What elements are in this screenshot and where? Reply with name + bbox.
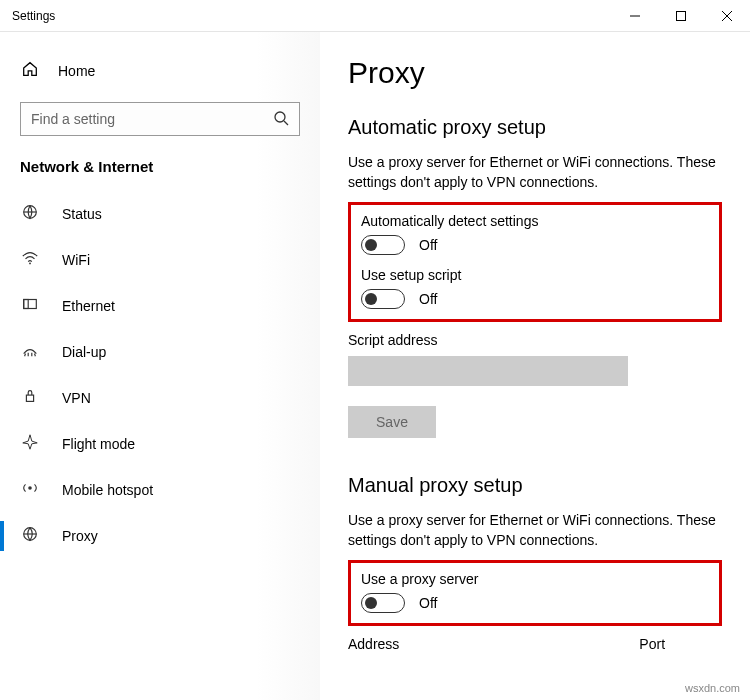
- home-icon: [20, 60, 40, 82]
- sidebar-item-hotspot[interactable]: Mobile hotspot: [0, 467, 320, 513]
- titlebar: Settings: [0, 0, 750, 32]
- use-proxy-state: Off: [419, 595, 437, 611]
- hotspot-icon: [20, 479, 40, 501]
- manual-heading: Manual proxy setup: [348, 474, 722, 497]
- home-link[interactable]: Home: [0, 52, 320, 94]
- sidebar-item-wifi[interactable]: WiFi: [0, 237, 320, 283]
- sidebar-item-ethernet[interactable]: Ethernet: [0, 283, 320, 329]
- detect-state: Off: [419, 237, 437, 253]
- proxy-icon: [20, 525, 40, 547]
- watermark: wsxdn.com: [685, 682, 740, 694]
- sidebar-item-label: Dial-up: [62, 344, 106, 360]
- sidebar-item-vpn[interactable]: VPN: [0, 375, 320, 421]
- home-label: Home: [58, 63, 95, 79]
- svg-rect-1: [677, 11, 686, 20]
- highlight-manual: Use a proxy server Off: [348, 560, 722, 626]
- svg-point-12: [28, 486, 32, 490]
- sidebar-item-label: Flight mode: [62, 436, 135, 452]
- svg-point-8: [29, 263, 31, 265]
- use-proxy-label: Use a proxy server: [361, 571, 709, 587]
- manual-address-label: Address: [348, 636, 399, 652]
- content-pane: Proxy Automatic proxy setup Use a proxy …: [320, 32, 750, 700]
- flight-icon: [20, 433, 40, 455]
- svg-rect-10: [24, 300, 29, 309]
- sidebar-item-label: VPN: [62, 390, 91, 406]
- sidebar-item-proxy[interactable]: Proxy: [0, 513, 320, 559]
- sidebar-item-label: Mobile hotspot: [62, 482, 153, 498]
- auto-heading: Automatic proxy setup: [348, 116, 722, 139]
- manual-description: Use a proxy server for Ethernet or WiFi …: [348, 511, 722, 550]
- vpn-icon: [20, 387, 40, 409]
- search-icon: [273, 110, 289, 129]
- highlight-auto: Automatically detect settings Off Use se…: [348, 202, 722, 322]
- sidebar-item-label: WiFi: [62, 252, 90, 268]
- script-state: Off: [419, 291, 437, 307]
- sidebar-item-dialup[interactable]: Dial-up: [0, 329, 320, 375]
- dialup-icon: [20, 341, 40, 363]
- auto-description: Use a proxy server for Ethernet or WiFi …: [348, 153, 722, 192]
- save-button[interactable]: Save: [348, 406, 436, 438]
- sidebar-item-label: Proxy: [62, 528, 98, 544]
- wifi-icon: [20, 249, 40, 271]
- script-address-label: Script address: [348, 332, 722, 348]
- use-proxy-toggle[interactable]: [361, 593, 405, 613]
- svg-rect-9: [24, 300, 37, 309]
- ethernet-icon: [20, 295, 40, 317]
- svg-line-5: [284, 121, 288, 125]
- svg-point-4: [275, 112, 285, 122]
- search-placeholder: Find a setting: [31, 111, 273, 127]
- sidebar-item-label: Status: [62, 206, 102, 222]
- sidebar-item-status[interactable]: Status: [0, 191, 320, 237]
- detect-toggle[interactable]: [361, 235, 405, 255]
- script-label: Use setup script: [361, 267, 709, 283]
- category-heading: Network & Internet: [0, 154, 320, 191]
- detect-label: Automatically detect settings: [361, 213, 709, 229]
- window-title: Settings: [12, 9, 55, 23]
- search-input[interactable]: Find a setting: [20, 102, 300, 136]
- sidebar: Home Find a setting Network & Internet S…: [0, 32, 320, 700]
- maximize-button[interactable]: [658, 0, 704, 31]
- script-address-input[interactable]: [348, 356, 628, 386]
- script-toggle[interactable]: [361, 289, 405, 309]
- close-button[interactable]: [704, 0, 750, 31]
- window-controls: [612, 0, 750, 31]
- sidebar-item-flight[interactable]: Flight mode: [0, 421, 320, 467]
- svg-rect-11: [26, 395, 33, 401]
- status-icon: [20, 203, 40, 225]
- minimize-button[interactable]: [612, 0, 658, 31]
- manual-port-label: Port: [639, 636, 665, 652]
- sidebar-item-label: Ethernet: [62, 298, 115, 314]
- page-title: Proxy: [348, 56, 722, 90]
